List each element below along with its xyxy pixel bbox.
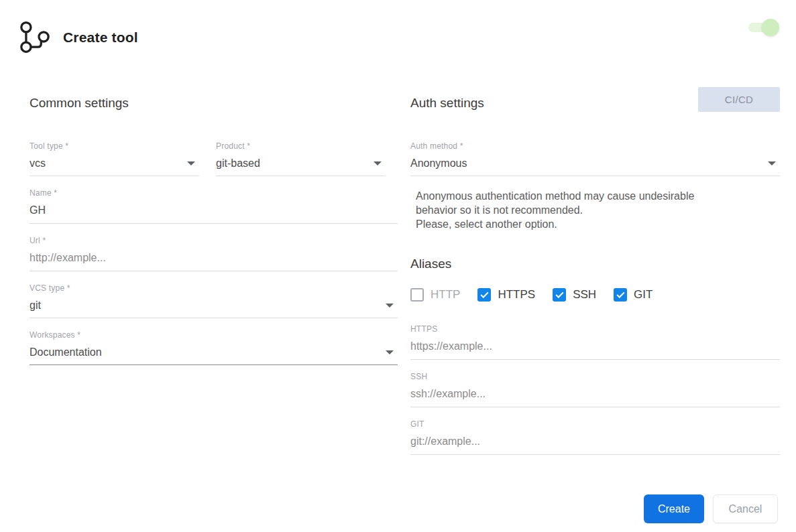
ssh-alias-field: SSH xyxy=(410,372,780,407)
checkbox-icon xyxy=(410,288,424,302)
vcs-type-label: VCS type * xyxy=(30,283,398,293)
alias-checkbox-row: HTTP HTTPS SSH GIT xyxy=(410,288,780,302)
warning-line: Please, select another option. xyxy=(416,217,780,231)
aliases-heading: Aliases xyxy=(410,257,780,271)
common-settings-heading: Common settings xyxy=(30,96,398,111)
cicd-button[interactable]: CI/CD xyxy=(698,87,780,112)
dropdown-arrow-icon xyxy=(374,161,382,165)
url-label: Url * xyxy=(30,236,398,245)
product-value: git-based xyxy=(216,155,260,172)
alias-checkbox-ssh[interactable]: SSH xyxy=(553,288,596,302)
tool-type-label: Tool type * xyxy=(30,141,199,151)
warning-line: Anonymous authentication method may caus… xyxy=(416,189,780,203)
product-select[interactable]: Product * git-based xyxy=(216,141,386,176)
ssh-alias-label: SSH xyxy=(410,372,780,381)
dropdown-arrow-icon xyxy=(768,161,776,165)
checkbox-icon xyxy=(553,288,566,302)
https-alias-label: HTTPS xyxy=(410,324,780,334)
alias-checkbox-http[interactable]: HTTP xyxy=(410,288,460,302)
toggle-knob xyxy=(762,19,779,36)
git-branch-icon xyxy=(19,20,51,55)
checkbox-label: HTTP xyxy=(431,288,460,302)
checkbox-icon xyxy=(614,288,627,302)
dialog-footer: Create Cancel xyxy=(644,494,778,523)
auth-warning-text: Anonymous authentication method may caus… xyxy=(410,189,780,231)
tool-type-value: vcs xyxy=(30,155,46,172)
alias-checkbox-https[interactable]: HTTPS xyxy=(477,288,535,302)
common-settings-section: Common settings Tool type * vcs Product … xyxy=(30,87,398,377)
name-field: Name * xyxy=(30,188,398,224)
auth-settings-heading: Auth settings xyxy=(410,96,484,111)
warning-line: behavior so it is not recommended. xyxy=(416,203,780,217)
cancel-button[interactable]: Cancel xyxy=(713,494,778,523)
https-alias-input[interactable] xyxy=(410,338,780,360)
tool-type-select[interactable]: Tool type * vcs xyxy=(30,141,199,176)
url-field: Url * xyxy=(30,236,398,271)
ssh-alias-input[interactable] xyxy=(410,386,780,407)
vcs-type-value: git xyxy=(30,297,41,314)
git-alias-label: GIT xyxy=(410,419,780,429)
create-button[interactable]: Create xyxy=(644,494,704,523)
checkbox-label: GIT xyxy=(634,288,652,302)
name-input[interactable] xyxy=(30,202,398,224)
workspaces-label: Workspaces * xyxy=(30,330,398,340)
auth-method-select[interactable]: Auth method * Anonymous xyxy=(410,141,780,176)
dropdown-arrow-icon xyxy=(386,350,394,354)
checkbox-label: HTTPS xyxy=(498,288,535,302)
alias-checkbox-git[interactable]: GIT xyxy=(614,288,652,302)
auth-method-label: Auth method * xyxy=(410,141,780,151)
dialog-header: Create tool xyxy=(19,20,138,55)
dropdown-arrow-icon xyxy=(386,304,394,308)
checkbox-label: SSH xyxy=(573,288,596,302)
git-alias-field: GIT xyxy=(410,419,780,455)
url-input[interactable] xyxy=(30,250,398,271)
auth-method-value: Anonymous xyxy=(410,155,467,172)
vcs-type-select[interactable]: VCS type * git xyxy=(30,283,398,318)
dropdown-arrow-icon xyxy=(187,161,195,165)
checkbox-icon xyxy=(477,288,491,302)
workspaces-value: Documentation xyxy=(30,344,102,360)
toggle-switch[interactable] xyxy=(748,19,779,36)
auth-settings-section: Auth settings CI/CD Auth method * Anonym… xyxy=(410,87,780,467)
product-label: Product * xyxy=(216,141,386,151)
page-title: Create tool xyxy=(63,29,138,46)
https-alias-field: HTTPS xyxy=(410,324,780,360)
name-label: Name * xyxy=(30,188,398,198)
workspaces-select[interactable]: Workspaces * Documentation xyxy=(30,330,398,365)
git-alias-input[interactable] xyxy=(410,434,780,455)
